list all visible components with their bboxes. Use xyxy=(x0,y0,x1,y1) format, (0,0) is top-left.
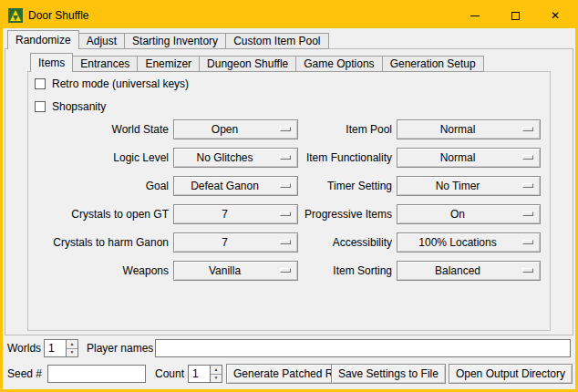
weapons-value: Vanilla xyxy=(209,264,241,277)
world-state-label: World State xyxy=(30,123,169,136)
accessibility-dropdown[interactable]: 100% Locations xyxy=(397,232,541,253)
weapons-label: Weapons xyxy=(30,264,169,277)
retro-mode-label: Retro mode (universal keys) xyxy=(52,77,189,90)
app-icon xyxy=(8,8,23,23)
worlds-spinner[interactable]: 1 ▲ ▼ xyxy=(44,339,78,357)
world-state-value: Open xyxy=(212,123,238,136)
player-names-label: Player names xyxy=(87,339,153,357)
titlebar[interactable]: Door Shuffle ✕ xyxy=(3,3,575,28)
close-button[interactable]: ✕ xyxy=(535,3,575,28)
goal-label: Goal xyxy=(30,180,169,192)
main-tab-bar: Randomize Adjust Starting Inventory Cust… xyxy=(7,30,328,49)
progressive-items-dropdown[interactable]: On xyxy=(397,204,541,224)
spin-up-icon: ▲ xyxy=(214,367,219,372)
dropdown-indicator-icon xyxy=(522,240,533,244)
timer-setting-label: Timer Setting xyxy=(258,180,392,192)
retro-mode-row: Retro mode (universal keys) xyxy=(35,77,189,90)
open-output-directory-button[interactable]: Open Output Directory xyxy=(449,364,573,384)
item-pool-label: Item Pool xyxy=(258,123,392,136)
item-functionality-value: Normal xyxy=(440,151,476,164)
dropdown-indicator-icon xyxy=(522,211,533,216)
seed-input[interactable] xyxy=(47,365,146,383)
progressive-items-value: On xyxy=(450,208,465,221)
item-sorting-dropdown[interactable]: Balanced xyxy=(397,261,541,281)
randomize-tab-bar: Items Entrances Enemizer Dungeon Shuffle… xyxy=(30,53,483,72)
item-sorting-value: Balanced xyxy=(435,264,480,277)
worlds-spinner-arrows: ▲ ▼ xyxy=(66,340,77,356)
timer-setting-row: Timer Setting No Timer xyxy=(258,176,541,196)
minimize-button[interactable] xyxy=(455,3,495,28)
tab-adjust[interactable]: Adjust xyxy=(78,33,125,49)
worlds-spin-down-button[interactable]: ▼ xyxy=(67,349,77,357)
caption-buttons: ✕ xyxy=(455,3,575,28)
output-buttons: Save Settings to File Open Output Direct… xyxy=(331,364,573,384)
shopsanity-row: Shopsanity xyxy=(35,100,106,113)
crystals-ganon-value: 7 xyxy=(222,236,228,249)
dropdown-indicator-icon xyxy=(522,183,533,188)
dropdown-indicator-icon xyxy=(522,155,533,160)
window-content: Randomize Adjust Starting Inventory Cust… xyxy=(3,28,575,389)
tab-custom-item-pool[interactable]: Custom Item Pool xyxy=(225,33,328,49)
maximize-button[interactable] xyxy=(495,3,535,28)
spin-down-icon: ▼ xyxy=(70,350,75,355)
tab-entrances[interactable]: Entrances xyxy=(72,56,138,72)
tab-dungeon-shuffle[interactable]: Dungeon Shuffle xyxy=(199,56,296,72)
accessibility-label: Accessibility xyxy=(258,236,392,249)
item-functionality-dropdown[interactable]: Normal xyxy=(397,148,541,168)
minimize-icon xyxy=(470,15,480,16)
item-sorting-label: Item Sorting xyxy=(258,264,392,277)
tab-items[interactable]: Items xyxy=(30,53,73,72)
window-title: Door Shuffle xyxy=(28,9,89,22)
worlds-label: Worlds xyxy=(7,339,41,357)
tab-randomize[interactable]: Randomize xyxy=(7,30,79,49)
progressive-items-label: Progressive Items xyxy=(258,208,392,221)
dropdown-indicator-icon xyxy=(522,127,533,131)
crystals-gt-label: Crystals to open GT xyxy=(30,208,169,221)
right-options-column: Item Pool Normal Item Functionality Norm… xyxy=(258,119,541,289)
accessibility-row: Accessibility 100% Locations xyxy=(258,232,541,253)
worlds-spin-up-button[interactable]: ▲ xyxy=(67,340,77,349)
close-icon: ✕ xyxy=(551,10,560,21)
worlds-value: 1 xyxy=(48,340,55,356)
crystals-ganon-label: Crystals to harm Ganon xyxy=(30,236,169,249)
crystals-gt-value: 7 xyxy=(222,208,228,221)
dropdown-indicator-icon xyxy=(522,268,533,273)
door-shuffle-window: Door Shuffle ✕ Randomize Adjust Starting… xyxy=(0,0,578,392)
player-names-input[interactable] xyxy=(155,339,571,357)
item-pool-row: Item Pool Normal xyxy=(258,119,541,139)
maximize-icon xyxy=(511,12,520,20)
logic-level-label: Logic Level xyxy=(30,151,169,164)
count-spin-down-button[interactable]: ▼ xyxy=(211,375,222,383)
count-spinner-arrows: ▲ ▼ xyxy=(210,366,222,382)
accessibility-value: 100% Locations xyxy=(418,236,496,249)
progressive-items-row: Progressive Items On xyxy=(258,204,541,224)
item-pool-dropdown[interactable]: Normal xyxy=(397,119,541,139)
count-spin-up-button[interactable]: ▲ xyxy=(211,366,222,375)
item-functionality-row: Item Functionality Normal xyxy=(258,148,541,168)
retro-mode-checkbox[interactable] xyxy=(35,78,46,89)
item-sorting-row: Item Sorting Balanced xyxy=(258,261,541,281)
count-value: 1 xyxy=(192,366,199,382)
tab-enemizer[interactable]: Enemizer xyxy=(137,56,200,72)
spin-up-icon: ▲ xyxy=(70,342,75,346)
shopsanity-checkbox[interactable] xyxy=(35,101,46,112)
goal-value: Defeat Ganon xyxy=(191,180,259,192)
tab-generation-setup[interactable]: Generation Setup xyxy=(382,56,484,72)
spin-down-icon: ▼ xyxy=(214,376,219,380)
logic-level-value: No Glitches xyxy=(196,151,253,164)
tab-starting-inventory[interactable]: Starting Inventory xyxy=(124,33,226,49)
item-functionality-label: Item Functionality xyxy=(258,151,392,164)
seed-label: Seed # xyxy=(7,365,42,383)
tab-game-options[interactable]: Game Options xyxy=(295,56,382,72)
timer-setting-value: No Timer xyxy=(436,180,480,192)
shopsanity-label: Shopsanity xyxy=(52,100,106,113)
item-pool-value: Normal xyxy=(440,123,476,136)
count-spinner[interactable]: 1 ▲ ▼ xyxy=(188,365,222,383)
save-settings-button[interactable]: Save Settings to File xyxy=(331,364,446,384)
timer-setting-dropdown[interactable]: No Timer xyxy=(397,176,541,196)
count-label: Count xyxy=(155,365,184,383)
